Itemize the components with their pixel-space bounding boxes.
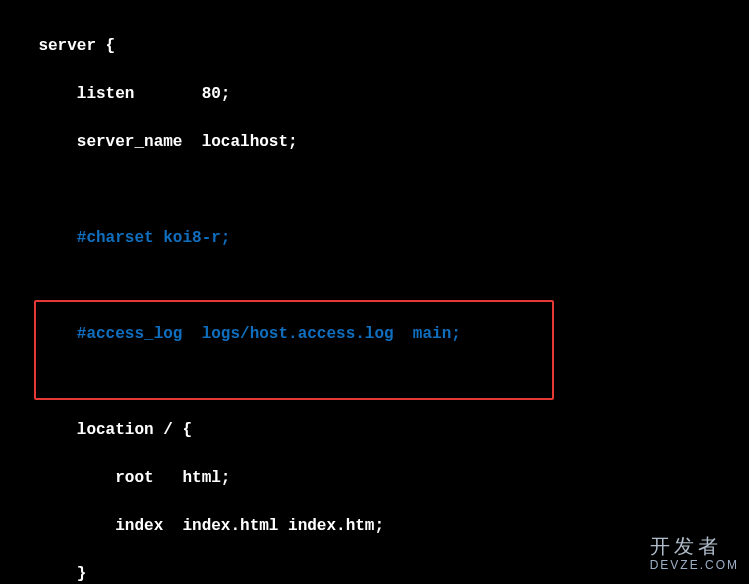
code-comment: #charset koi8-r; — [0, 226, 749, 250]
code-line: } — [0, 562, 749, 584]
code-line: index index.html index.htm; — [0, 514, 749, 538]
code-line — [0, 370, 749, 394]
watermark: 开发者 DEVZE.COM — [650, 534, 739, 572]
code-line: server { — [0, 34, 749, 58]
watermark-text: 开发者 — [650, 534, 739, 558]
code-line: root html; — [0, 466, 749, 490]
code-line: server_name localhost; — [0, 130, 749, 154]
code-line: location / { — [0, 418, 749, 442]
code-line — [0, 274, 749, 298]
code-comment: #access_log logs/host.access.log main; — [0, 322, 749, 346]
code-editor[interactable]: server { listen 80; server_name localhos… — [0, 10, 749, 584]
code-line — [0, 178, 749, 202]
watermark-url: DEVZE.COM — [650, 558, 739, 572]
code-line: listen 80; — [0, 82, 749, 106]
